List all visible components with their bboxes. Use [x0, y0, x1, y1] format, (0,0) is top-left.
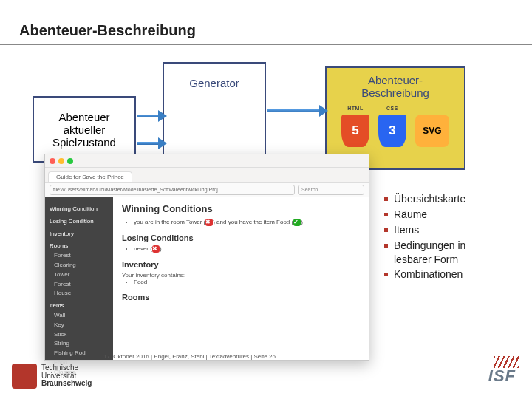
text: never ( — [134, 245, 152, 252]
box-right-line2: Beschreibung — [361, 86, 429, 99]
sidebar-link[interactable]: Losing Condition — [50, 217, 109, 227]
footer-text: 17. Oktober 2016 | Engel, Franz, Stehl |… — [103, 353, 276, 360]
lose-condition-item: never (✖) — [134, 245, 360, 253]
text: lesbarer Form — [394, 253, 458, 265]
close-icon[interactable] — [50, 158, 55, 164]
sidebar-link[interactable]: Winning Condition — [50, 205, 109, 214]
sidebar-header-items: Items — [50, 301, 109, 311]
arrow-mid-to-right — [267, 109, 321, 112]
footer-rule — [81, 361, 510, 361]
html5-top-label: HTML — [341, 106, 369, 111]
sidebar-link[interactable]: House — [50, 289, 109, 299]
text: you are in the room Tower ( — [134, 219, 205, 225]
browser-tab[interactable]: Guide for Save the Prince — [48, 171, 132, 182]
box-left-line1: Abenteuer — [58, 111, 109, 123]
text: ) — [301, 219, 303, 225]
title-rule — [0, 44, 532, 45]
text: Bedingungen in — [394, 239, 466, 251]
sidebar-link[interactable]: Tower — [50, 270, 109, 280]
bullet-text: Übersichtskarte — [394, 192, 466, 206]
win-condition-item: you are in the room Tower (✖) and you ha… — [134, 219, 360, 226]
bullet-icon — [384, 197, 388, 201]
heading-inventory: Inventory — [122, 260, 360, 269]
doc-content: Winning Conditions you are in the room T… — [113, 197, 369, 360]
svg-label: SVG — [423, 126, 441, 136]
svg-icon: SVG — [415, 115, 449, 147]
tu-line3: Braunschweig — [41, 380, 92, 388]
zoom-icon[interactable] — [67, 158, 73, 164]
x-icon: ✖ — [205, 219, 213, 226]
check-icon: ✔ — [293, 219, 301, 226]
slide-title: Abenteuer-Beschreibung — [19, 22, 196, 39]
minimize-icon[interactable] — [58, 158, 64, 164]
bullet-icon — [384, 244, 388, 248]
bullet-text: Räume — [394, 208, 427, 222]
bullet-text: Items — [394, 223, 419, 237]
sidebar-header-rooms: Rooms — [50, 242, 109, 251]
heading-winning: Winning Conditions — [122, 203, 360, 214]
sidebar-link[interactable]: String — [50, 339, 109, 349]
tu-seal-icon — [12, 364, 37, 389]
sidebar-link[interactable]: Clearing — [50, 261, 109, 270]
text: ) — [160, 245, 162, 252]
arrow-left-to-mid-1 — [137, 115, 160, 117]
feature-bullets: Übersichtskarte Räume Items Bedingungen … — [384, 192, 466, 283]
isf-logo: ISF — [488, 366, 516, 386]
sidebar-link[interactable]: Forest — [50, 251, 109, 261]
box-mid-label: Generator — [189, 77, 239, 89]
sidebar-link[interactable]: Fishing Rod — [50, 349, 109, 358]
heading-losing: Losing Conditions — [122, 233, 360, 242]
doc-sidebar: Winning Condition Losing Condition Inven… — [45, 197, 113, 360]
tu-braunschweig-logo: Technische Universität Braunschweig — [12, 364, 92, 389]
box-abenteuer: Abenteuer aktueller Spielzustand — [33, 96, 136, 163]
css3-number: 3 — [389, 123, 395, 138]
bullet-text: Kombinationen — [394, 267, 463, 282]
css3-icon: CSS 3 — [378, 115, 406, 147]
window-traffic-lights — [45, 154, 369, 168]
box-left-line2: aktueller — [64, 123, 106, 136]
box-left-line3: Spielzustand — [52, 136, 116, 149]
url-bar-row: file:///Users/Niman/Uni/Master/Modellbas… — [45, 183, 369, 197]
arrow-left-to-mid-2 — [137, 142, 160, 145]
heading-rooms: Rooms — [122, 293, 360, 301]
html5-number: 5 — [352, 123, 358, 138]
bullet-icon — [384, 213, 388, 216]
css3-top-label: CSS — [378, 106, 406, 111]
box-generator: Generator — [163, 62, 266, 166]
box-right-line1: Abenteuer- — [361, 74, 429, 86]
text: ) and you have the item Food ( — [213, 219, 293, 225]
tech-logos: HTML 5 CSS 3 SVG — [341, 115, 449, 147]
bullet-text: Bedingungen inlesbarer Form — [394, 239, 466, 267]
sidebar-link[interactable]: Stick — [50, 330, 109, 340]
sidebar-link[interactable]: Key — [50, 321, 109, 330]
url-field[interactable]: file:///Users/Niman/Uni/Master/Modellbas… — [50, 185, 295, 195]
sidebar-link[interactable]: Wall — [50, 311, 109, 321]
search-input[interactable]: Search — [298, 185, 364, 195]
inventory-item: Food — [134, 279, 360, 285]
x-icon: ✖ — [152, 245, 160, 253]
bullet-icon — [384, 228, 388, 232]
browser-window: Guide for Save the Prince file:///Users/… — [44, 154, 369, 361]
tab-bar: Guide for Save the Prince — [45, 168, 369, 183]
inventory-intro: Your inventory contains: — [122, 272, 360, 279]
sidebar-link[interactable]: Forest — [50, 280, 109, 290]
bullet-icon — [384, 273, 388, 276]
sidebar-link[interactable]: Inventory — [50, 230, 109, 239]
html5-icon: HTML 5 — [341, 115, 369, 147]
